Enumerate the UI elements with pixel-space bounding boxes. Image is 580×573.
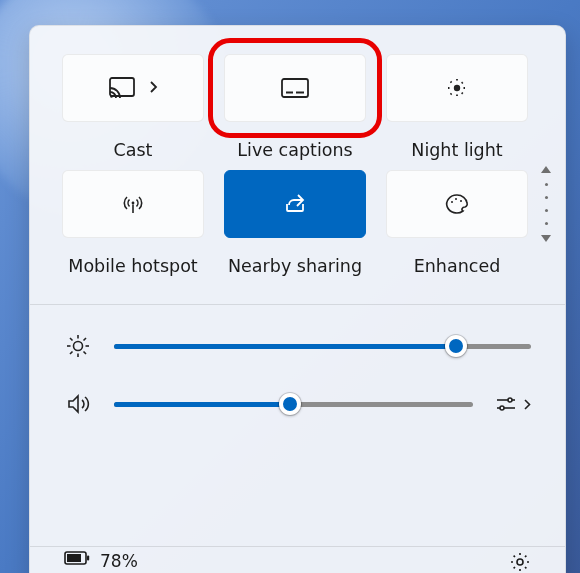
mixer-icon bbox=[495, 395, 517, 413]
svg-point-14 bbox=[132, 202, 135, 205]
svg-line-25 bbox=[84, 352, 87, 355]
tile-wrap-cast: Cast bbox=[62, 54, 204, 160]
enhanced-tile[interactable] bbox=[386, 170, 528, 238]
quick-settings-panel: Cast Live captions bbox=[29, 25, 566, 573]
nearby-sharing-tile[interactable] bbox=[224, 170, 366, 238]
svg-rect-2 bbox=[282, 79, 308, 97]
cast-label: Cast bbox=[114, 140, 153, 160]
speaker-icon bbox=[64, 393, 92, 415]
audio-output-selector[interactable] bbox=[495, 395, 531, 413]
scroll-up-icon bbox=[541, 166, 551, 173]
nearby-sharing-label: Nearby sharing bbox=[228, 256, 362, 276]
hotspot-icon bbox=[120, 193, 146, 215]
scroll-down-icon bbox=[541, 235, 551, 242]
svg-point-16 bbox=[451, 201, 453, 203]
svg-rect-33 bbox=[67, 554, 81, 562]
battery-icon[interactable] bbox=[64, 551, 90, 571]
night-light-tile[interactable] bbox=[386, 54, 528, 122]
enhanced-label: Enhanced bbox=[414, 256, 501, 276]
svg-point-5 bbox=[454, 85, 460, 91]
svg-line-26 bbox=[84, 338, 87, 341]
cast-tile[interactable] bbox=[62, 54, 204, 122]
volume-slider[interactable] bbox=[114, 402, 473, 407]
svg-point-18 bbox=[460, 200, 462, 202]
share-icon bbox=[283, 193, 307, 215]
battery-percent: 78% bbox=[100, 551, 138, 571]
live-captions-label: Live captions bbox=[237, 140, 352, 160]
quick-settings-tiles: Cast Live captions bbox=[30, 26, 565, 276]
svg-line-11 bbox=[462, 93, 464, 95]
mobile-hotspot-label: Mobile hotspot bbox=[68, 256, 197, 276]
svg-point-1 bbox=[110, 95, 113, 98]
palette-icon bbox=[444, 193, 470, 215]
volume-slider-row bbox=[64, 393, 531, 415]
sliders-section bbox=[30, 305, 565, 459]
svg-point-35 bbox=[517, 559, 523, 565]
quick-settings-footer: 78% bbox=[30, 546, 565, 573]
svg-point-29 bbox=[508, 398, 512, 402]
settings-icon[interactable] bbox=[509, 551, 531, 573]
chevron-right-icon bbox=[149, 80, 158, 97]
chevron-right-icon bbox=[523, 398, 531, 411]
svg-line-27 bbox=[70, 352, 73, 355]
tile-wrap-nearby-sharing: Nearby sharing bbox=[224, 170, 366, 276]
brightness-icon bbox=[64, 333, 92, 359]
svg-line-12 bbox=[462, 82, 464, 84]
tile-scroll-indicator[interactable] bbox=[541, 166, 551, 242]
tile-wrap-live-captions: Live captions bbox=[224, 54, 366, 160]
tile-wrap-enhanced: Enhanced bbox=[386, 170, 528, 276]
svg-point-31 bbox=[500, 406, 504, 410]
svg-line-10 bbox=[451, 82, 453, 84]
svg-point-19 bbox=[74, 342, 83, 351]
tile-wrap-night-light: Night light bbox=[386, 54, 528, 160]
cast-icon bbox=[109, 77, 135, 99]
svg-line-13 bbox=[451, 93, 453, 95]
tile-wrap-mobile-hotspot: Mobile hotspot bbox=[62, 170, 204, 276]
captions-icon bbox=[281, 78, 309, 98]
svg-rect-34 bbox=[87, 556, 89, 561]
svg-point-17 bbox=[455, 198, 457, 200]
mobile-hotspot-tile[interactable] bbox=[62, 170, 204, 238]
live-captions-tile[interactable] bbox=[224, 54, 366, 122]
night-light-icon bbox=[445, 76, 469, 100]
night-light-label: Night light bbox=[411, 140, 502, 160]
brightness-slider[interactable] bbox=[114, 344, 531, 349]
svg-line-24 bbox=[70, 338, 73, 341]
brightness-slider-row bbox=[64, 333, 531, 359]
